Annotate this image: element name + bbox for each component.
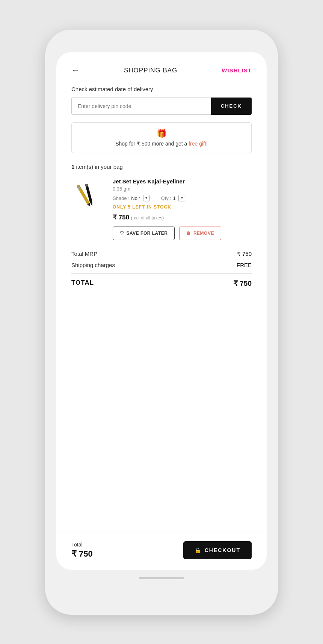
shade-value: Noir bbox=[131, 195, 140, 201]
mrp-label: Total MRP bbox=[71, 251, 97, 257]
bag-count: 1 item(s) in your bag bbox=[71, 164, 252, 170]
gift-text-main: Shop for ₹ 500 more and get a bbox=[115, 141, 189, 147]
delivery-section: Check estimated date of delivery CHECK bbox=[71, 86, 252, 115]
product-price: ₹ 750 (Incl of all taxes) bbox=[113, 213, 252, 221]
shade-label: Shade : bbox=[113, 195, 130, 201]
bag-count-suffix: item(s) in your bag bbox=[74, 164, 122, 170]
shipping-row: Shipping charges FREE bbox=[71, 262, 252, 268]
product-options: Shade : Noir ▾ Qty : 1 ▾ bbox=[113, 195, 252, 202]
qty-dropdown-icon[interactable]: ▾ bbox=[178, 195, 185, 201]
total-value: ₹ 750 bbox=[233, 279, 252, 288]
checkout-total: Total ₹ 750 bbox=[71, 542, 93, 559]
gift-text: Shop for ₹ 500 more and get a free gift! bbox=[79, 141, 244, 147]
checkout-total-label: Total bbox=[71, 542, 93, 548]
product-weight: 0.35 gm bbox=[113, 186, 252, 192]
product-actions: ♡ SAVE FOR LATER 🗑 REMOVE bbox=[113, 227, 252, 240]
shipping-label: Shipping charges bbox=[71, 262, 115, 268]
back-button[interactable]: ← bbox=[71, 66, 80, 75]
header: ← SHOPPING BAG WISHLIST bbox=[56, 52, 267, 86]
qty-option: Qty : 1 ▾ bbox=[161, 195, 186, 202]
product-image-wrap bbox=[71, 178, 105, 212]
pin-row: CHECK bbox=[71, 98, 252, 115]
product-image bbox=[71, 178, 105, 212]
phone-outer: ← SHOPPING BAG WISHLIST Check estimated … bbox=[45, 30, 278, 615]
qty-label: Qty : bbox=[161, 195, 171, 201]
mrp-row: Total MRP ₹ 750 bbox=[71, 251, 252, 257]
save-later-label: SAVE FOR LATER bbox=[127, 231, 168, 236]
delivery-section-label: Check estimated date of delivery bbox=[71, 86, 252, 92]
checkout-total-value: ₹ 750 bbox=[71, 549, 93, 559]
price-divider bbox=[71, 273, 252, 274]
gift-icon: 🎁 bbox=[79, 129, 244, 138]
heart-icon: ♡ bbox=[120, 231, 124, 236]
price-summary: Total MRP ₹ 750 Shipping charges FREE TO… bbox=[71, 251, 252, 288]
gift-text-highlight: free gift! bbox=[189, 141, 208, 147]
save-for-later-button[interactable]: ♡ SAVE FOR LATER bbox=[113, 227, 175, 240]
product-name: Jet Set Eyes Kajal-Eyeliner bbox=[113, 178, 252, 185]
stock-warning: ONLY 5 LEFT IN STOCK bbox=[113, 204, 252, 210]
mrp-value: ₹ 750 bbox=[237, 251, 252, 257]
remove-label: REMOVE bbox=[193, 231, 214, 236]
total-label: TOTAL bbox=[71, 279, 94, 288]
total-row: TOTAL ₹ 750 bbox=[71, 279, 252, 288]
qty-value: 1 bbox=[173, 195, 175, 201]
shipping-value: FREE bbox=[237, 262, 252, 268]
checkout-label: CHECKOUT bbox=[205, 547, 240, 553]
pin-code-input[interactable] bbox=[71, 98, 211, 115]
remove-button[interactable]: 🗑 REMOVE bbox=[179, 227, 221, 240]
lock-icon: 🔒 bbox=[195, 547, 202, 553]
checkout-button[interactable]: 🔒 CHECKOUT bbox=[183, 541, 252, 559]
trash-icon: 🗑 bbox=[186, 231, 191, 236]
wishlist-link[interactable]: WISHLIST bbox=[222, 67, 252, 74]
check-button[interactable]: CHECK bbox=[211, 98, 252, 115]
product-row: Jet Set Eyes Kajal-Eyeliner 0.35 gm Shad… bbox=[71, 178, 252, 240]
phone-inner: ← SHOPPING BAG WISHLIST Check estimated … bbox=[56, 52, 267, 570]
home-indicator bbox=[139, 577, 184, 579]
shade-dropdown-icon[interactable]: ▾ bbox=[143, 195, 150, 201]
shade-option: Shade : Noir ▾ bbox=[113, 195, 150, 202]
main-content: Check estimated date of delivery CHECK 🎁… bbox=[56, 86, 267, 533]
price-note: (Incl of all taxes) bbox=[131, 215, 164, 221]
checkout-bar: Total ₹ 750 🔒 CHECKOUT bbox=[56, 533, 267, 570]
product-details: Jet Set Eyes Kajal-Eyeliner 0.35 gm Shad… bbox=[113, 178, 252, 240]
gift-banner: 🎁 Shop for ₹ 500 more and get a free gif… bbox=[71, 122, 252, 153]
page-title: SHOPPING BAG bbox=[124, 67, 177, 74]
